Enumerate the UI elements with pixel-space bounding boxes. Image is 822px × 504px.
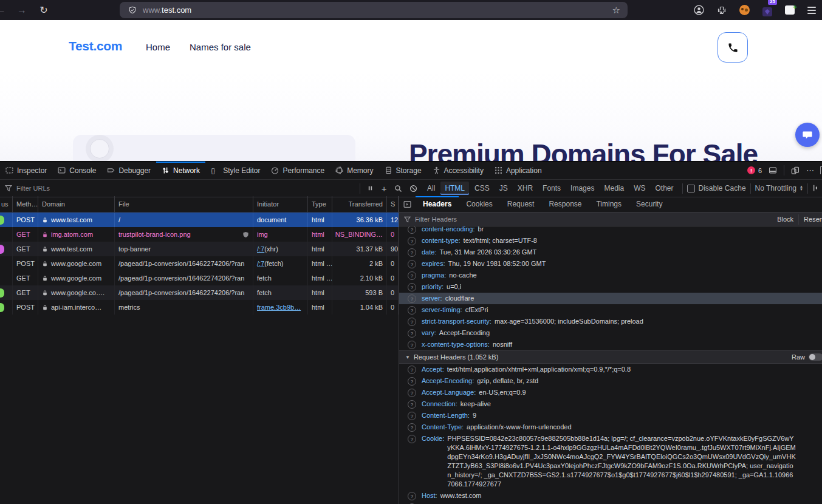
extension-purple-icon[interactable]: 25 xyxy=(762,4,772,16)
header-row[interactable]: ?vary:Accept-Encoding xyxy=(399,327,822,339)
table-row[interactable]: GETwww.google.co…./pagead/1p-conversion/… xyxy=(0,285,399,300)
devtools-tab-application[interactable]: Application xyxy=(489,162,547,179)
column-header-4[interactable]: Initiator xyxy=(253,196,308,212)
header-help-icon[interactable]: ? xyxy=(408,423,416,432)
raw-toggle[interactable] xyxy=(809,353,822,361)
header-help-icon[interactable]: ? xyxy=(408,226,416,234)
header-help-icon[interactable]: ? xyxy=(408,237,416,245)
column-header-5[interactable]: Type xyxy=(308,196,332,212)
header-row[interactable]: ?Origin:null xyxy=(399,502,822,504)
header-row[interactable]: ?Host:www.test.com xyxy=(399,490,822,502)
menu-hamburger-icon[interactable] xyxy=(807,7,816,14)
account-icon[interactable] xyxy=(694,5,704,15)
type-filter-html[interactable]: HTML xyxy=(440,182,469,195)
header-row[interactable]: ?date:Tue, 31 Mar 2026 03:30:26 GMT xyxy=(399,247,822,258)
column-header-1[interactable]: Meth… xyxy=(13,196,38,212)
chat-widget-button[interactable] xyxy=(795,123,820,147)
panel-tab-cookies[interactable]: Cookies xyxy=(459,196,499,212)
extension-orange-icon[interactable] xyxy=(739,5,750,15)
devtools-tab-storage[interactable]: Storage xyxy=(379,162,427,179)
har-menu-icon[interactable] xyxy=(812,184,817,193)
type-filter-ws[interactable]: WS xyxy=(629,182,649,195)
throttling-dropdown[interactable]: No Throttling ▲▼ xyxy=(755,184,803,192)
extension-notes-icon[interactable] xyxy=(785,5,795,15)
initiator-link[interactable]: /:7 xyxy=(257,245,264,253)
disable-cache-toggle[interactable]: Disable Cache xyxy=(687,184,746,192)
panel-tab-headers[interactable]: Headers xyxy=(416,196,459,212)
header-row[interactable]: ?pragma:no-cache xyxy=(399,270,822,281)
header-help-icon[interactable]: ? xyxy=(408,400,416,409)
header-help-icon[interactable]: ? xyxy=(408,306,416,315)
header-help-icon[interactable]: ? xyxy=(408,248,416,257)
header-row[interactable]: ?expires:Thu, 19 Nov 1981 08:52:00 GMT xyxy=(399,258,822,270)
type-filter-images[interactable]: Images xyxy=(566,182,598,195)
column-header-3[interactable]: File xyxy=(115,196,253,212)
request-headers-section-header[interactable]: ▼ Request Headers (1.052 kB) Raw xyxy=(399,350,822,364)
table-row[interactable]: POSTwww.test.com/documenthtml36.36 kB12 xyxy=(0,213,399,227)
header-help-icon[interactable]: ? xyxy=(408,283,416,291)
type-filter-css[interactable]: CSS xyxy=(470,182,494,195)
header-row[interactable]: ?server-timing:cfExtPri xyxy=(399,304,822,316)
header-row[interactable]: ?Accept-Language:en-US,en;q=0.9 xyxy=(399,387,822,398)
header-help-icon[interactable]: ? xyxy=(408,412,416,420)
column-header-2[interactable]: Domain xyxy=(38,196,115,212)
header-help-icon[interactable]: ? xyxy=(408,295,416,303)
column-header-0[interactable]: us xyxy=(0,196,13,212)
header-help-icon[interactable]: ? xyxy=(408,318,416,326)
block-button[interactable]: Block xyxy=(777,216,793,223)
type-filter-fonts[interactable]: Fonts xyxy=(538,182,565,195)
header-help-icon[interactable]: ? xyxy=(408,492,416,500)
header-help-icon[interactable]: ? xyxy=(408,329,416,338)
header-row[interactable]: ?priority:u=0,i xyxy=(399,281,822,293)
url-bar[interactable]: www.test.com ☆ xyxy=(120,2,628,18)
header-row[interactable]: ?Content-Length:9 xyxy=(399,410,822,421)
devtools-tab-style-editor[interactable]: {}Style Editor xyxy=(205,162,265,179)
header-row[interactable]: ?Accept-Encoding:gzip, deflate, br, zstd xyxy=(399,375,822,387)
devtools-tab-debugger[interactable]: Debugger xyxy=(101,162,156,179)
panel-tab-security[interactable]: Security xyxy=(629,196,670,212)
error-badge-icon[interactable]: ! xyxy=(747,166,755,174)
type-filter-media[interactable]: Media xyxy=(600,182,628,195)
filter-urls-input[interactable]: Filter URLs xyxy=(5,185,355,192)
bookmark-star-icon[interactable]: ☆ xyxy=(612,5,620,16)
column-header-7[interactable]: S xyxy=(387,196,399,212)
header-row[interactable]: ?x-content-type-options:nosniff xyxy=(399,339,822,350)
header-row[interactable]: ?content-encoding:br xyxy=(399,226,822,235)
devtools-tab-accessibility[interactable]: Accessibility xyxy=(427,162,489,179)
initiator-link[interactable]: frame.3cb9b… xyxy=(257,304,301,311)
header-help-icon[interactable]: ? xyxy=(408,435,416,443)
responsive-mode-icon[interactable] xyxy=(790,166,801,175)
devtools-tab-console[interactable]: Console xyxy=(52,162,101,179)
nav-item-names-for-sale[interactable]: Names for sale xyxy=(190,42,251,52)
pause-icon[interactable] xyxy=(365,185,375,192)
devtools-tab-memory[interactable]: Memory xyxy=(330,162,378,179)
split-console-icon[interactable] xyxy=(767,166,778,174)
forward-icon[interactable]: → xyxy=(13,0,30,20)
reload-icon[interactable]: ↻ xyxy=(35,0,52,20)
devtools-tab-inspector[interactable]: Inspector xyxy=(0,162,52,179)
header-help-icon[interactable]: ? xyxy=(408,271,416,280)
resend-button[interactable]: Resend xyxy=(804,216,822,223)
back-icon[interactable]: ← xyxy=(0,0,10,20)
panel-tab-timings[interactable]: Timings xyxy=(589,196,629,212)
header-help-icon[interactable]: ? xyxy=(408,341,416,349)
header-row[interactable]: ?Cookie:PHPSESSID=0842e23c80057c9e882505… xyxy=(399,433,822,490)
header-row[interactable]: ?Connection:keep-alive xyxy=(399,398,822,410)
type-filter-all[interactable]: All xyxy=(423,182,439,195)
type-filter-js[interactable]: JS xyxy=(495,182,512,195)
header-row[interactable]: ?Content-Type:application/x-www-form-url… xyxy=(399,421,822,433)
type-filter-xhr[interactable]: XHR xyxy=(513,182,537,195)
header-help-icon[interactable]: ? xyxy=(408,377,416,386)
search-icon[interactable] xyxy=(392,185,403,192)
header-row[interactable]: ?Accept:text/html,application/xhtml+xml,… xyxy=(399,364,822,375)
block-icon[interactable] xyxy=(408,185,419,192)
header-help-icon[interactable]: ? xyxy=(408,389,416,397)
column-header-6[interactable]: Transferred xyxy=(332,196,387,212)
devtools-tab-network[interactable]: Network xyxy=(156,162,205,179)
nav-item-home[interactable]: Home xyxy=(146,42,170,52)
header-row[interactable]: ?content-type:text/html; charset=UTF-8 xyxy=(399,235,822,247)
table-row[interactable]: GETwww.google.com/pagead/1p-conversion/1… xyxy=(0,271,399,285)
table-row[interactable]: POSTwww.google.com/pagead/1p-conversion/… xyxy=(0,256,399,271)
type-filter-other[interactable]: Other xyxy=(651,182,678,195)
panel-tab-response[interactable]: Response xyxy=(541,196,589,212)
